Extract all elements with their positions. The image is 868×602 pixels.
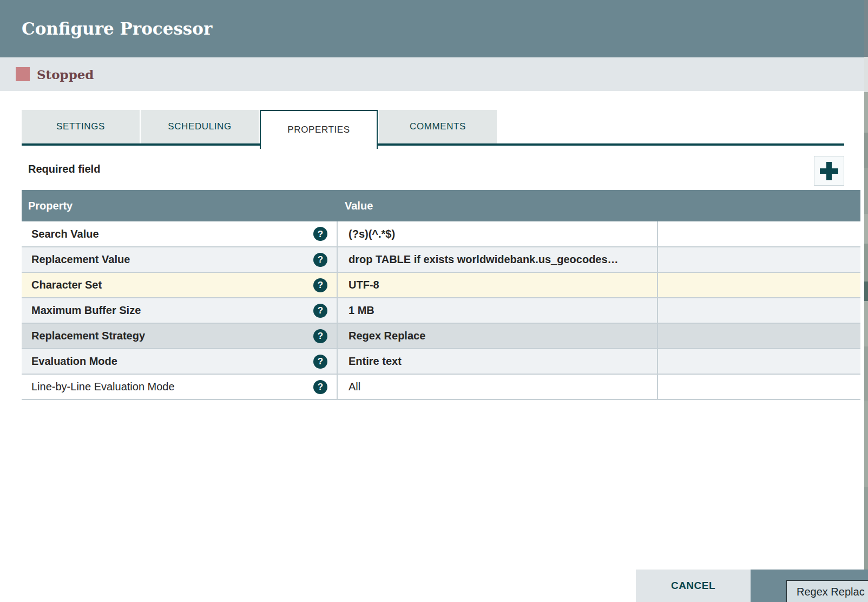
dialog-content: SETTINGS SCHEDULING PROPERTIES COMMENTS … xyxy=(22,91,844,400)
property-row: Search Value ? (?s)(^.*$) xyxy=(22,221,860,247)
row-extra-cell xyxy=(657,323,860,349)
question-mark-icon[interactable]: ? xyxy=(313,253,327,267)
row-extra-cell xyxy=(657,272,860,298)
properties-table: Property Value Search Value ? (?s)(^.*$) xyxy=(22,190,860,400)
value-column-header: Value xyxy=(337,190,657,221)
property-row: Character Set ? UTF-8 xyxy=(22,272,860,298)
property-name: Maximum Buffer Size xyxy=(31,304,141,317)
property-value[interactable]: 1 MB xyxy=(337,298,657,323)
configure-processor-dialog: Configure Processor Stopped SETTINGS SCH… xyxy=(0,0,868,602)
cancel-button[interactable]: CANCEL xyxy=(636,570,751,602)
tab-properties[interactable]: PROPERTIES xyxy=(260,110,378,149)
plus-icon xyxy=(820,162,838,180)
table-header-row: Property Value xyxy=(22,190,860,221)
tab-scheduling[interactable]: SCHEDULING xyxy=(141,110,259,143)
question-mark-icon[interactable]: ? xyxy=(313,329,327,343)
extra-column-header xyxy=(657,190,860,221)
row-extra-cell xyxy=(657,298,860,323)
row-extra-cell xyxy=(657,374,860,400)
property-row: Evaluation Mode ? Entire text xyxy=(22,349,860,374)
property-name: Replacement Value xyxy=(31,253,130,266)
property-value[interactable]: Regex Replace xyxy=(337,323,657,349)
dialog-title: Configure Processor xyxy=(22,0,212,57)
tab-settings[interactable]: SETTINGS xyxy=(22,110,140,143)
property-name: Evaluation Mode xyxy=(31,355,117,368)
properties-toolbar: Required field xyxy=(22,146,844,190)
stopped-square-icon xyxy=(16,67,30,81)
property-row: Replacement Strategy ? Regex Replace xyxy=(22,323,860,349)
status-label: Stopped xyxy=(37,67,94,82)
question-mark-icon[interactable]: ? xyxy=(313,380,327,394)
add-property-button[interactable] xyxy=(814,156,844,186)
status-bar: Stopped xyxy=(0,57,864,91)
row-extra-cell xyxy=(657,247,860,272)
property-name: Line-by-Line Evaluation Mode xyxy=(31,381,175,393)
property-value[interactable]: Entire text xyxy=(337,349,657,374)
question-mark-icon[interactable]: ? xyxy=(313,355,327,369)
property-value[interactable]: (?s)(^.*$) xyxy=(337,221,657,247)
row-extra-cell xyxy=(657,221,860,247)
dialog-header: Configure Processor xyxy=(0,0,864,57)
question-mark-icon[interactable]: ? xyxy=(313,227,327,241)
property-name: Character Set xyxy=(31,279,102,291)
property-value[interactable]: UTF-8 xyxy=(337,272,657,298)
required-field-label: Required field xyxy=(28,163,100,175)
question-mark-icon[interactable]: ? xyxy=(313,304,327,318)
property-column-header: Property xyxy=(22,190,337,221)
background-canvas-sliver xyxy=(864,0,868,570)
property-value[interactable]: drop TABLE if exists worldwidebank.us_ge… xyxy=(337,247,657,272)
property-name: Replacement Strategy xyxy=(31,330,145,342)
property-row: Maximum Buffer Size ? 1 MB xyxy=(22,298,860,323)
row-extra-cell xyxy=(657,349,860,374)
property-name: Search Value xyxy=(31,228,99,240)
tab-comments[interactable]: COMMENTS xyxy=(379,110,497,143)
property-row: Line-by-Line Evaluation Mode ? All xyxy=(22,374,860,400)
tooltip-content: Regex Replac xyxy=(786,580,868,602)
tab-bar: SETTINGS SCHEDULING PROPERTIES COMMENTS xyxy=(22,110,844,146)
question-mark-icon[interactable]: ? xyxy=(313,278,327,292)
property-value[interactable]: All xyxy=(337,374,657,400)
property-row: Replacement Value ? drop TABLE if exists… xyxy=(22,247,860,272)
